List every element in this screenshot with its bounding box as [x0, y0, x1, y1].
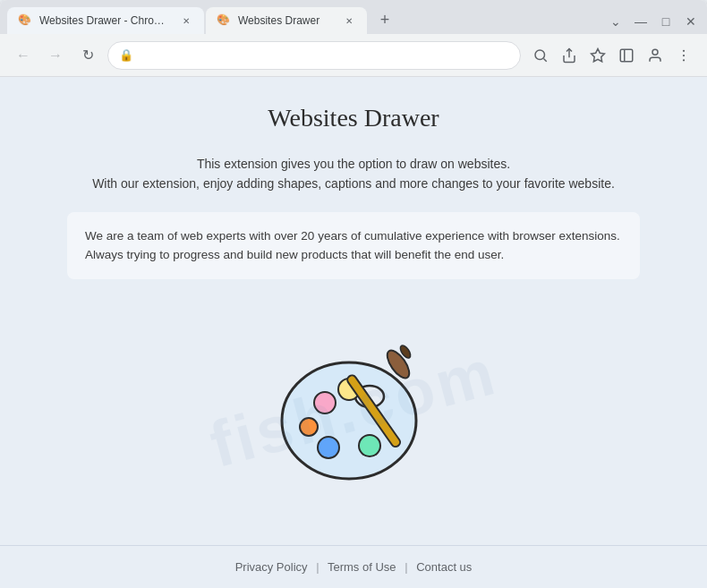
tab-2[interactable]: 🎨 Websites Drawer ✕: [206, 7, 367, 34]
tab-2-favicon: 🎨: [217, 13, 231, 28]
address-input[interactable]: [141, 48, 509, 62]
svg-point-12: [314, 392, 336, 413]
svg-line-1: [543, 58, 546, 61]
intro-line2: With our extension, enjoy adding shapes,…: [92, 174, 615, 193]
svg-point-6: [652, 49, 658, 55]
intro-line1: This extension gives you the option to d…: [92, 154, 615, 174]
about-text: We are a team of web experts with over 2…: [85, 226, 622, 265]
tab-1[interactable]: 🎨 Websites Drawer - Chrome We ✕: [7, 7, 204, 34]
svg-point-16: [300, 418, 318, 436]
footer-divider-1: |: [316, 560, 319, 574]
tab-1-close-button[interactable]: ✕: [179, 13, 193, 28]
title-bar: 🎨 Websites Drawer - Chrome We ✕ 🎨 Websit…: [0, 0, 707, 34]
toolbar-icons: [528, 43, 696, 68]
page-content: Websites Drawer This extension gives you…: [0, 77, 707, 588]
page-footer: Privacy Policy | Terms of Use | Contact …: [0, 545, 707, 588]
privacy-policy-link[interactable]: Privacy Policy: [235, 560, 308, 574]
share-icon[interactable]: [557, 43, 582, 68]
address-bar: ← → ↻ 🔒: [0, 34, 707, 77]
bookmark-icon[interactable]: [585, 43, 610, 68]
illustration-wrap: fish.com: [264, 288, 443, 527]
browser-window: 🎨 Websites Drawer - Chrome We ✕ 🎨 Websit…: [0, 0, 707, 588]
tab-2-title: Websites Drawer: [238, 14, 335, 27]
lock-icon: 🔒: [119, 48, 133, 62]
tab-2-close-button[interactable]: ✕: [342, 13, 356, 28]
search-icon[interactable]: [528, 43, 553, 68]
terms-of-use-link[interactable]: Terms of Use: [328, 560, 396, 574]
profile-icon[interactable]: [643, 43, 668, 68]
about-box: We are a team of web experts with over 2…: [67, 212, 640, 279]
tab-1-title: Websites Drawer - Chrome We: [39, 14, 172, 27]
svg-point-8: [683, 54, 685, 55]
window-controls: ⌄ — □ ✕: [607, 13, 700, 34]
sidebar-icon[interactable]: [614, 43, 639, 68]
new-tab-button[interactable]: +: [372, 7, 397, 32]
svg-point-0: [535, 50, 545, 60]
back-button[interactable]: ←: [11, 43, 36, 68]
maximize-button[interactable]: □: [657, 13, 675, 30]
intro-text: This extension gives you the option to d…: [92, 154, 615, 194]
page-title: Websites Drawer: [268, 104, 439, 132]
page-main: Websites Drawer This extension gives you…: [0, 77, 707, 545]
svg-point-9: [683, 59, 685, 61]
svg-rect-4: [620, 49, 633, 62]
svg-point-14: [359, 435, 380, 456]
tab-1-favicon: 🎨: [18, 13, 32, 28]
minimize-button[interactable]: —: [632, 13, 650, 30]
contact-us-link[interactable]: Contact us: [416, 560, 472, 574]
forward-button[interactable]: →: [43, 43, 68, 68]
chevron-down-icon[interactable]: ⌄: [607, 13, 625, 30]
address-bar-input-wrap[interactable]: 🔒: [107, 41, 521, 70]
reload-button[interactable]: ↻: [75, 43, 100, 68]
svg-point-15: [318, 437, 339, 458]
svg-marker-3: [592, 48, 605, 61]
tab-group: 🎨 Websites Drawer - Chrome We ✕ 🎨 Websit…: [7, 7, 397, 34]
more-options-icon[interactable]: [671, 43, 696, 68]
svg-point-7: [683, 49, 685, 51]
palette-illustration: [264, 318, 443, 497]
footer-divider-2: |: [405, 560, 407, 574]
close-button[interactable]: ✕: [682, 13, 700, 30]
